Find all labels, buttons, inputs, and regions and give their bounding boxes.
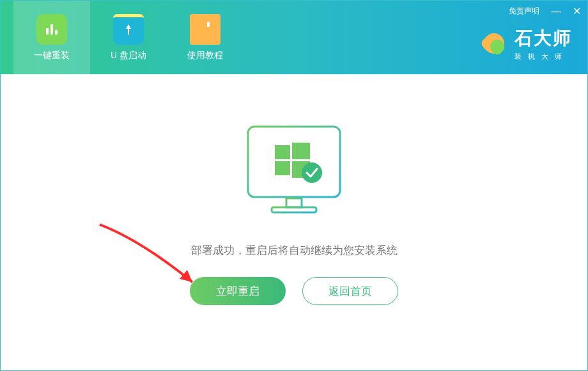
book-icon bbox=[190, 14, 220, 45]
brand-block: 石大师 装机大师 bbox=[481, 26, 572, 61]
nav-label: 一键重装 bbox=[34, 50, 70, 61]
restart-now-button[interactable]: 立即重启 bbox=[190, 277, 286, 305]
brand-title: 石大师 bbox=[514, 26, 572, 51]
main-content: 部署成功，重启后将自动继续为您安装系统 立即重启 返回首页 bbox=[1, 74, 587, 370]
window-controls: 免责声明 — ✕ bbox=[509, 6, 581, 17]
svg-rect-7 bbox=[275, 145, 290, 159]
brand-subtitle: 装机大师 bbox=[514, 52, 572, 61]
svg-rect-6 bbox=[272, 207, 316, 212]
nav-tutorial[interactable]: 使用教程 bbox=[167, 1, 244, 74]
svg-point-11 bbox=[302, 162, 322, 183]
disclaimer-link[interactable]: 免责声明 bbox=[509, 6, 539, 17]
back-home-button[interactable]: 返回首页 bbox=[302, 277, 398, 305]
nav-bar: 一键重装 U 盘启动 使用教程 bbox=[1, 1, 244, 74]
svg-rect-8 bbox=[292, 143, 310, 159]
nav-label: 使用教程 bbox=[187, 50, 223, 61]
nav-reinstall[interactable]: 一键重装 bbox=[13, 1, 90, 74]
status-message: 部署成功，重启后将自动继续为您安装系统 bbox=[191, 243, 398, 258]
nav-usb-boot[interactable]: U 盘启动 bbox=[90, 1, 167, 74]
svg-rect-3 bbox=[207, 22, 210, 27]
minimize-icon[interactable]: — bbox=[551, 8, 561, 15]
svg-rect-5 bbox=[286, 198, 302, 207]
close-icon[interactable]: ✕ bbox=[573, 8, 581, 15]
app-header: 一键重装 U 盘启动 使用教程 免责声明 — ✕ 石大师 装机大师 bbox=[1, 1, 587, 74]
usb-icon bbox=[113, 14, 144, 45]
monitor-success-icon bbox=[236, 120, 352, 225]
svg-rect-2 bbox=[55, 30, 58, 35]
svg-rect-0 bbox=[46, 28, 49, 35]
button-row: 立即重启 返回首页 bbox=[190, 277, 398, 305]
nav-label: U 盘启动 bbox=[111, 50, 146, 61]
svg-rect-1 bbox=[50, 24, 53, 35]
brand-logo-icon bbox=[481, 31, 508, 58]
svg-rect-9 bbox=[275, 161, 290, 175]
bar-chart-icon bbox=[36, 14, 67, 45]
